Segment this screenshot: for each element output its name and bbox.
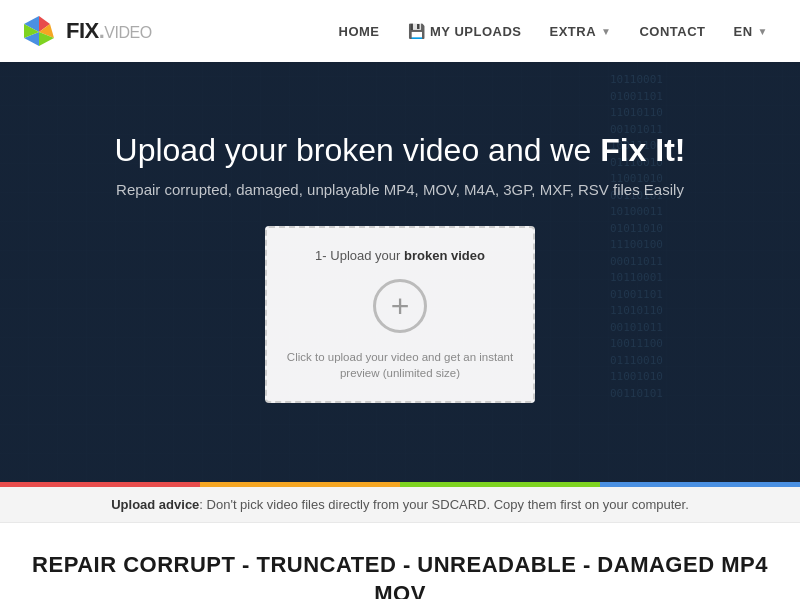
upload-box[interactable]: 1- Upload your broken video + Click to u… — [265, 226, 535, 403]
main-nav: HOME 💾 MY UPLOADS EXTRA ▼ CONTACT EN ▼ — [327, 15, 780, 47]
upload-plus-icon: + — [373, 279, 427, 333]
bottom-section: REPAIR CORRUPT - TRUNCATED - UNREADABLE … — [0, 523, 800, 599]
header: FIX.VIDEO HOME 💾 MY UPLOADS EXTRA ▼ CONT… — [0, 0, 800, 62]
upload-label: 1- Upload your broken video — [315, 248, 485, 263]
upload-icon: 💾 — [408, 23, 426, 39]
nav-my-uploads[interactable]: 💾 MY UPLOADS — [396, 15, 534, 47]
logo[interactable]: FIX.VIDEO — [20, 12, 152, 50]
logo-icon — [20, 12, 58, 50]
bottom-title: REPAIR CORRUPT - TRUNCATED - UNREADABLE … — [30, 551, 770, 599]
logo-text: FIX.VIDEO — [66, 18, 152, 44]
upload-hint: Click to upload your video and get an in… — [283, 349, 517, 381]
hero-section: 10110001 01001101 11010110 00101011 1001… — [0, 62, 800, 482]
nav-home[interactable]: HOME — [327, 16, 392, 47]
nav-extra[interactable]: EXTRA ▼ — [537, 16, 623, 47]
advice-strip: Upload advice: Don't pick video files di… — [0, 487, 800, 523]
nav-contact[interactable]: CONTACT — [627, 16, 717, 47]
hero-title: Upload your broken video and we Fix It! — [115, 131, 686, 169]
lang-chevron-icon: ▼ — [758, 26, 768, 37]
nav-lang[interactable]: EN ▼ — [722, 16, 780, 47]
hero-subtitle: Repair corrupted, damaged, unplayable MP… — [116, 181, 684, 198]
chevron-down-icon: ▼ — [601, 26, 611, 37]
